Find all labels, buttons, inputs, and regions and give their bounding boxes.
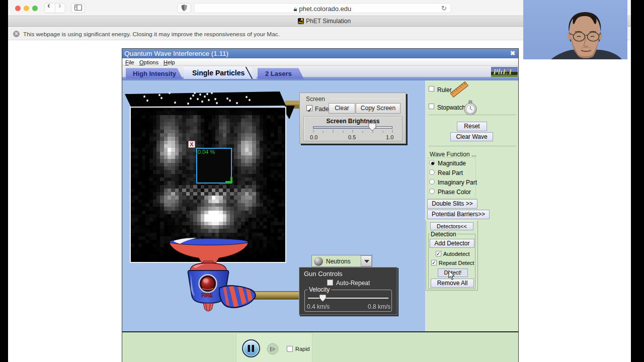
svg-text:FIRE: FIRE [201, 293, 213, 298]
svg-text:PhET: PhET [493, 67, 513, 76]
